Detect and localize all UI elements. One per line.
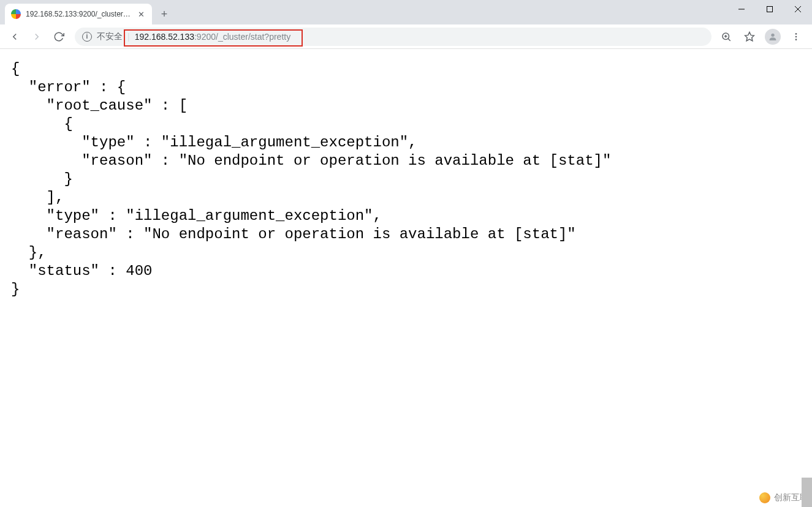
insecure-label: 不安全 (97, 31, 123, 42)
site-info-icon[interactable]: i (82, 32, 92, 42)
new-tab-button[interactable]: + (156, 6, 173, 23)
tab-strip: 192.168.52.133:9200/_cluster/… ✕ + (0, 0, 812, 24)
close-window-button[interactable] (784, 0, 812, 18)
toolbar-right-icons (718, 28, 807, 45)
scrollbar-thumb[interactable] (802, 478, 812, 507)
forward-button[interactable] (27, 27, 47, 47)
svg-point-9 (771, 33, 774, 36)
minimize-button[interactable] (727, 0, 756, 18)
svg-point-11 (795, 36, 797, 37)
svg-marker-8 (745, 32, 754, 40)
maximize-button[interactable] (756, 0, 784, 18)
bookmark-star-icon[interactable] (741, 28, 758, 45)
tab-title: 192.168.52.133:9200/_cluster/… (26, 10, 132, 18)
browser-tab[interactable]: 192.168.52.133:9200/_cluster/… ✕ (5, 4, 152, 24)
window-controls (727, 0, 812, 18)
watermark: 创新互联 (759, 492, 808, 503)
close-tab-icon[interactable]: ✕ (137, 9, 146, 20)
back-button[interactable] (5, 27, 25, 47)
menu-icon[interactable] (787, 28, 805, 45)
response-body: { "error" : { "root_cause" : [ { "type" … (0, 49, 812, 304)
address-bar[interactable]: i 不安全 | 192.168.52.133:9200/_cluster/sta… (75, 28, 711, 46)
svg-rect-1 (767, 7, 773, 12)
svg-point-12 (795, 39, 797, 40)
watermark-icon (759, 492, 770, 503)
svg-point-10 (795, 33, 797, 35)
reload-button[interactable] (49, 27, 69, 47)
browser-toolbar: i 不安全 | 192.168.52.133:9200/_cluster/sta… (0, 24, 812, 49)
zoom-icon[interactable] (718, 28, 735, 45)
svg-line-5 (728, 39, 730, 41)
profile-avatar[interactable] (764, 28, 781, 45)
favicon-icon (11, 9, 21, 19)
url-text: 192.168.52.133:9200/_cluster/stat?pretty (135, 32, 704, 42)
